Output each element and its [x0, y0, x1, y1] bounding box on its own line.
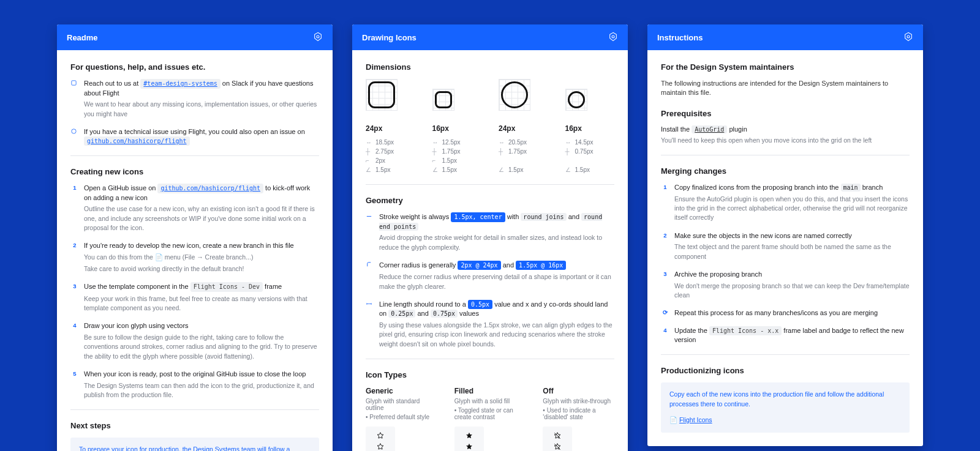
step-number: 3	[70, 282, 79, 289]
section-heading: For the Design System maintainers	[661, 62, 910, 72]
github-repo-chip[interactable]: github.com/hashicorp/flight	[84, 136, 190, 146]
dim-label: 24px	[499, 124, 548, 133]
icon-sample-filled	[454, 427, 484, 451]
hexagon-icon	[608, 32, 618, 43]
prereq-line: Install the AutoGrid plugin	[661, 125, 910, 133]
geometry-desc: Avoid dropping the stroke weight for det…	[379, 233, 614, 252]
svg-point-4	[907, 35, 910, 38]
github-repo-chip[interactable]: github.com/hashicorp/flight	[157, 184, 263, 193]
radius-icon	[366, 261, 374, 268]
value-inline: round joins	[521, 213, 566, 221]
type-col-filled: Filled Glyph with a solid fill • Toggled…	[454, 387, 526, 451]
callout-productionizing: Copy each of the new icons into the prod…	[661, 382, 910, 432]
panel-title: Readme	[67, 33, 98, 42]
dimension-col-16-square	[432, 89, 482, 117]
section-heading: Creating new icons	[70, 167, 319, 176]
type-heading: Off	[543, 387, 614, 395]
autogrid-plugin-chip[interactable]: AutoGrid	[692, 125, 727, 133]
divider	[70, 409, 319, 410]
prereq-desc: You'll need to keep this open when you m…	[661, 136, 910, 145]
frame-chip: Flight Icons - Dev	[190, 282, 263, 292]
geometry-desc: Reduce the corner radius where preservin…	[379, 272, 614, 291]
star-off-icon	[553, 442, 562, 451]
ruler-icon	[366, 300, 374, 307]
dim-label: 16px	[432, 124, 482, 133]
value-badge: 2px @ 24px	[458, 261, 500, 270]
value-badge: 1.5px @ 16px	[516, 261, 566, 270]
type-heading: Filled	[454, 387, 526, 395]
step-title: Draw your icon glyph using vectors	[84, 321, 319, 330]
hexagon-icon	[313, 32, 323, 43]
slack-icon	[70, 79, 79, 86]
type-bullet: • Toggled state or can create contrast	[454, 407, 526, 420]
type-col-generic: Generic Glyph with standard outline • Pr…	[366, 387, 437, 451]
step-number: 5	[70, 370, 79, 377]
dim-label: 24px	[366, 124, 415, 133]
dimension-col-24-circle	[499, 79, 548, 117]
question-line: Reach out to us at #team-design-systems …	[84, 79, 319, 97]
stroke-icon	[366, 212, 374, 220]
type-kind: Glyph with strike-through	[543, 398, 614, 404]
type-kind: Glyph with a solid fill	[454, 398, 526, 404]
types-row: Generic Glyph with standard outline • Pr…	[366, 387, 614, 451]
panel-drawing-icons: Drawing Icons Dimensions	[352, 24, 628, 451]
callout-next-steps: To prepare your icon for production, the…	[70, 438, 319, 451]
github-icon	[70, 127, 79, 135]
step-number: 4	[70, 321, 79, 329]
value-badge: 0.5px	[468, 300, 492, 310]
step-title: Repeat this process for as many branches…	[674, 308, 910, 318]
step-desc: Be sure to follow the design guide to th…	[84, 333, 319, 361]
step-title: If you're ready to develop the new icon,…	[84, 241, 319, 250]
step-title: When your icon is ready, post to the ori…	[84, 370, 319, 379]
hexagon-icon	[903, 32, 913, 43]
step-number: 2	[661, 231, 669, 239]
section-heading: For questions, help, and issues etc.	[70, 62, 319, 72]
panel-header: Drawing Icons	[352, 24, 628, 50]
type-heading: Generic	[366, 387, 437, 395]
divider	[70, 155, 319, 156]
step-number: 1	[70, 184, 79, 191]
step-number: 3	[661, 270, 669, 277]
spec-list: ↔18.5px ┼2.75px ⌐2px ∠1.5px	[366, 138, 415, 174]
value-badge: 1.5px, center	[451, 212, 505, 222]
divider	[661, 354, 910, 355]
section-heading: Prerequisites	[661, 109, 910, 118]
star-fill-icon	[465, 442, 473, 451]
section-heading: Icon Types	[366, 370, 614, 379]
svg-point-3	[612, 35, 614, 38]
divider	[661, 155, 910, 155]
section-heading: Dimensions	[366, 62, 614, 72]
step-title: Copy finalized icons from the proposing …	[674, 183, 910, 192]
step-number: 4	[661, 326, 669, 334]
branch-chip: main	[841, 184, 861, 192]
step-desc: Outline the use case for a new icon, why…	[84, 204, 319, 233]
panel-header: Instructions	[647, 24, 923, 50]
icon-sample-generic	[366, 427, 395, 451]
geometry-rule: Stroke weight is always 1.5px, center wi…	[379, 212, 614, 231]
geometry-desc: By using these values alongside the 1.5p…	[379, 321, 614, 349]
svg-point-0	[317, 35, 319, 38]
dimension-col-16-circle	[565, 89, 615, 117]
star-icon	[376, 431, 385, 440]
step-desc-2: Take care to avoid working directly in t…	[84, 264, 319, 274]
panel-title: Drawing Icons	[362, 33, 417, 42]
spec-list: ↔12.5px ┼1.75px ⌐1.5px ∠1.5px	[432, 138, 482, 174]
step-title: Open a GitHub issue on github.com/hashic…	[84, 184, 319, 202]
dimensions-row	[366, 79, 614, 117]
value-inline: 0.75px	[431, 310, 458, 318]
question-desc: We want to hear about any missing icons,…	[84, 100, 319, 118]
icon-sample-off	[543, 427, 572, 451]
section-heading: Geometry	[366, 196, 614, 205]
dim-label: 16px	[565, 124, 615, 133]
question-line: If you have a technical issue using Flig…	[84, 127, 319, 146]
type-col-off: Off Glyph with strike-through • Used to …	[543, 387, 614, 451]
panel-readme: Readme For questions, help, and issues e…	[57, 24, 333, 451]
step-desc: The Design Systems team can then add the…	[84, 381, 319, 400]
maintainers-intro: The following instructions are intended …	[661, 79, 910, 98]
type-bullet: • Used to indicate a 'disabled' state	[543, 407, 614, 420]
step-desc: We don't merge the proposing branch so t…	[674, 281, 910, 300]
flight-icons-link[interactable]: Flight Icons	[679, 416, 712, 423]
slack-channel-chip[interactable]: #team-design-systems	[140, 79, 220, 89]
spec-list: ↔14.5px ┼0.75px ⌐. ∠1.5px	[565, 138, 615, 174]
step-title: Archive the proposing branch	[674, 270, 910, 279]
